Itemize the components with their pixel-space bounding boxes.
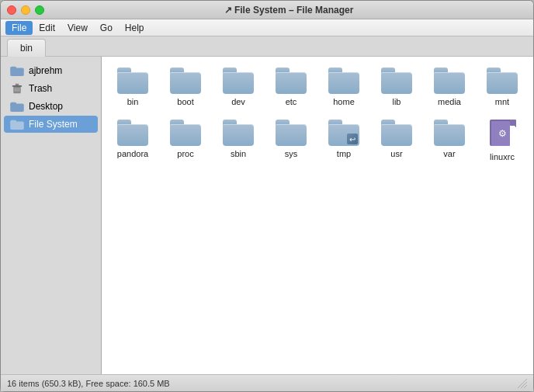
folder-icon-desktop (10, 101, 24, 112)
file-item[interactable]: proc (162, 116, 209, 165)
sidebar-label-desktop: Desktop (29, 101, 63, 112)
file-item[interactable]: mnt (479, 64, 525, 110)
file-label: lib (392, 97, 400, 107)
svg-rect-9 (10, 102, 16, 106)
folder-icon (487, 68, 518, 94)
folder-symlink-overlay: ↩ (347, 134, 358, 144)
file-label: pandora (117, 149, 148, 159)
folder-icon (381, 120, 412, 146)
file-item[interactable]: ↩tmp (321, 116, 367, 165)
menu-go[interactable]: Go (94, 21, 119, 35)
folder-icon-filesystem (10, 119, 24, 130)
file-item[interactable]: pandora (109, 116, 156, 165)
close-button[interactable] (7, 5, 16, 15)
trash-icon (10, 83, 24, 94)
folder-icon (381, 68, 412, 94)
window-title: ↗ File System – File Manager (50, 5, 527, 16)
file-item[interactable]: lib (373, 64, 420, 110)
menubar: File Edit View Go Help (1, 19, 533, 36)
file-label: etc (286, 97, 297, 107)
folder-icon (117, 68, 148, 94)
folder-icon: ↩ (328, 120, 359, 146)
file-item[interactable]: etc (268, 64, 314, 110)
file-label: tmp (337, 149, 351, 159)
sidebar-item-desktop[interactable]: Desktop (4, 98, 98, 115)
folder-icon (10, 65, 24, 76)
file-item[interactable]: ⚙ linuxrc (479, 116, 525, 165)
traffic-lights (7, 5, 44, 15)
folder-icon (434, 120, 465, 146)
statusbar: 16 items (650.3 kB), Free space: 160.5 M… (1, 374, 533, 391)
sidebar: ajbrehm Trash Desktop (1, 57, 102, 374)
minimize-button[interactable] (21, 5, 30, 15)
file-label: boot (177, 97, 193, 107)
file-item[interactable]: sys (268, 116, 314, 165)
svg-rect-11 (10, 120, 16, 123)
sidebar-label-trash: Trash (29, 83, 52, 94)
file-item[interactable]: usr (373, 116, 420, 165)
file-item[interactable]: var (426, 116, 473, 165)
file-item[interactable]: boot (162, 64, 209, 110)
svg-rect-15 (510, 120, 516, 126)
file-label: mnt (495, 97, 509, 107)
file-panel: binbootdevetchomelibmediamntpandoraprocs… (102, 57, 533, 374)
titlebar: ↗ File System – File Manager (1, 1, 533, 19)
main-content: ajbrehm Trash Desktop (1, 57, 533, 374)
svg-text:⚙: ⚙ (498, 128, 507, 139)
file-item[interactable]: dev (215, 64, 262, 110)
maximize-button[interactable] (35, 5, 44, 15)
file-grid: binbootdevetchomelibmediamntpandoraprocs… (109, 64, 525, 165)
tabbar: bin (1, 36, 533, 57)
folder-icon (170, 120, 201, 146)
file-label: sbin (231, 149, 246, 159)
file-label: media (438, 97, 461, 107)
menu-file[interactable]: File (5, 21, 33, 35)
sidebar-item-ajbrehm[interactable]: ajbrehm (4, 62, 98, 79)
file-label: linuxrc (490, 152, 515, 162)
file-label: proc (177, 149, 193, 159)
folder-icon (276, 120, 307, 146)
menu-view[interactable]: View (61, 21, 94, 35)
menu-help[interactable]: Help (119, 21, 151, 35)
file-label: usr (390, 149, 402, 159)
file-item[interactable]: sbin (215, 116, 262, 165)
file-item[interactable]: media (426, 64, 473, 110)
sidebar-item-trash[interactable]: Trash (4, 80, 98, 97)
folder-icon (328, 68, 359, 94)
folder-icon (223, 120, 254, 146)
svg-rect-4 (16, 84, 19, 85)
sidebar-item-filesystem[interactable]: File System (4, 116, 98, 133)
file-item[interactable]: bin (109, 64, 156, 110)
folder-icon (276, 68, 307, 94)
script-icon: ⚙ (488, 120, 516, 149)
sidebar-label-filesystem: File System (29, 119, 78, 130)
svg-line-19 (524, 385, 527, 388)
svg-line-18 (521, 382, 527, 388)
file-label: sys (285, 149, 298, 159)
svg-rect-1 (10, 67, 16, 70)
status-text: 16 items (650.3 kB), Free space: 160.5 M… (7, 379, 170, 388)
file-label: dev (231, 97, 245, 107)
file-label: home (333, 97, 355, 107)
file-manager-window: ↗ File System – File Manager File Edit V… (0, 0, 534, 392)
resize-handle[interactable] (518, 379, 527, 388)
file-label: var (443, 149, 455, 159)
sidebar-label-ajbrehm: ajbrehm (29, 65, 62, 76)
file-label: bin (127, 97, 139, 107)
folder-icon (170, 68, 201, 94)
file-item[interactable]: home (321, 64, 367, 110)
folder-icon (223, 68, 254, 94)
svg-rect-3 (12, 85, 22, 87)
menu-edit[interactable]: Edit (33, 21, 61, 35)
folder-icon (117, 120, 148, 146)
folder-icon (434, 68, 465, 94)
tab-bin[interactable]: bin (7, 39, 46, 57)
